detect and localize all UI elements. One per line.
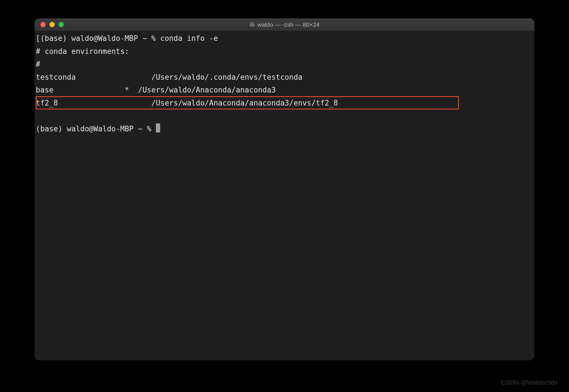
minimize-icon[interactable] bbox=[49, 22, 55, 27]
terminal-line: # conda environments: bbox=[36, 45, 533, 58]
maximize-icon[interactable] bbox=[58, 22, 64, 27]
bracket-open: [ bbox=[36, 34, 40, 43]
command-text: conda info -e bbox=[160, 34, 218, 43]
env-name: testconda bbox=[36, 73, 138, 81]
cursor-icon bbox=[156, 123, 160, 132]
window-title-text: waldo — -zsh — 80×24 bbox=[258, 21, 320, 28]
env-path: /Users/waldo/.conda/envs/testconda bbox=[143, 73, 303, 81]
terminal-line: # bbox=[36, 58, 533, 71]
env-active-marker: * bbox=[125, 86, 129, 94]
env-active-marker bbox=[138, 99, 143, 107]
env-path: /Users/waldo/Anaconda/anaconda3 bbox=[129, 86, 276, 94]
window-title: waldo — -zsh — 80×24 bbox=[35, 21, 534, 28]
env-row: base * /Users/waldo/Anaconda/anaconda3 bbox=[36, 84, 533, 97]
window-titlebar[interactable]: waldo — -zsh — 80×24 bbox=[35, 18, 534, 31]
env-name: base bbox=[36, 86, 125, 94]
terminal-line: (base) waldo@Waldo-MBP ~ % bbox=[36, 123, 533, 136]
env-active-marker bbox=[138, 73, 143, 81]
terminal-window: waldo — -zsh — 80×24 [(base) waldo@Waldo… bbox=[35, 18, 534, 360]
close-icon[interactable] bbox=[40, 22, 46, 27]
watermark-text: CSDN @Waldocsdn bbox=[501, 379, 558, 386]
traffic-lights bbox=[35, 22, 64, 27]
env-row: testconda /Users/waldo/.conda/envs/testc… bbox=[36, 71, 533, 84]
terminal-body[interactable]: [(base) waldo@Waldo-MBP ~ % conda info -… bbox=[35, 31, 534, 360]
terminal-line: [(base) waldo@Waldo-MBP ~ % conda info -… bbox=[36, 32, 533, 45]
home-folder-icon bbox=[250, 22, 255, 28]
env-row-highlighted: tf2_8 /Users/waldo/Anaconda/anaconda3/en… bbox=[36, 97, 533, 110]
env-name: tf2_8 bbox=[36, 99, 138, 107]
env-path: /Users/waldo/Anaconda/anaconda3/envs/tf2… bbox=[143, 99, 338, 107]
terminal-blank-line bbox=[36, 109, 533, 123]
prompt: (base) waldo@Waldo-MBP ~ % bbox=[36, 125, 156, 133]
prompt: (base) waldo@Waldo-MBP ~ % bbox=[40, 34, 160, 43]
